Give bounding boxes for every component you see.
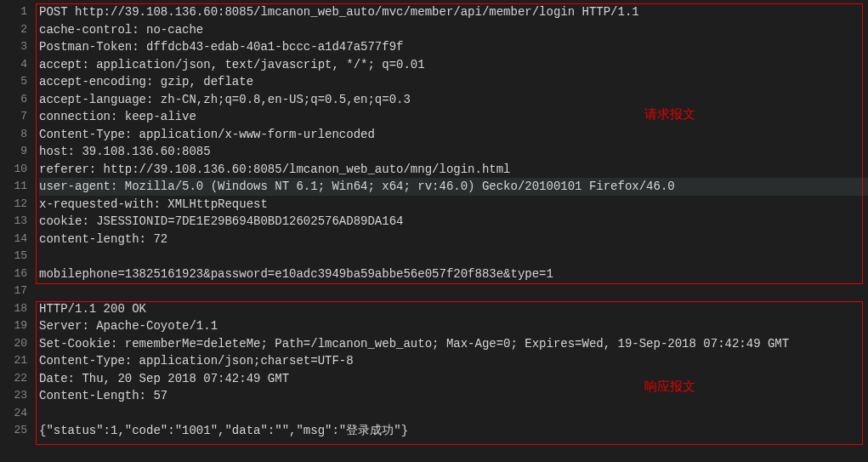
- line-number-gutter: 1234567891011121314151617181920212223242…: [0, 0, 34, 462]
- code-line[interactable]: HTTP/1.1 200 OK: [39, 300, 868, 318]
- line-number: 7: [0, 108, 27, 126]
- line-number: 14: [0, 231, 27, 248]
- code-line[interactable]: cookie: JSESSIONID=7DE1E29B694B0BD126025…: [39, 213, 868, 231]
- code-line[interactable]: user-agent: Mozilla/5.0 (Windows NT 6.1;…: [39, 178, 868, 196]
- code-line[interactable]: connection: keep-alive: [39, 108, 868, 126]
- code-line[interactable]: content-length: 72: [39, 231, 868, 248]
- code-line[interactable]: x-requested-with: XMLHttpRequest: [39, 196, 868, 214]
- code-line[interactable]: Set-Cookie: rememberMe=deleteMe; Path=/l…: [39, 335, 868, 353]
- line-number: 6: [0, 91, 27, 109]
- code-line[interactable]: {"status":1,"code":"1001","data":"","msg…: [39, 422, 868, 440]
- line-number: 22: [0, 370, 27, 388]
- line-number: 25: [0, 422, 27, 440]
- line-number: 2: [0, 21, 27, 39]
- line-number: 10: [0, 161, 27, 179]
- line-number: 17: [0, 282, 27, 300]
- code-line[interactable]: [39, 282, 868, 300]
- code-line[interactable]: accept-language: zh-CN,zh;q=0.8,en-US;q=…: [39, 91, 868, 109]
- code-line[interactable]: Postman-Token: dffdcb43-edab-40a1-bccc-a…: [39, 38, 868, 56]
- line-number: 15: [0, 248, 27, 265]
- code-line[interactable]: accept: application/json, text/javascrip…: [39, 56, 868, 74]
- code-line[interactable]: Content-Length: 57: [39, 387, 868, 405]
- code-line[interactable]: host: 39.108.136.60:8085: [39, 143, 868, 161]
- code-line[interactable]: mobilephone=13825161923&password=e10adc3…: [39, 265, 868, 283]
- line-number: 5: [0, 73, 27, 91]
- line-number: 12: [0, 196, 27, 214]
- line-number: 8: [0, 126, 27, 144]
- line-number: 11: [0, 178, 27, 196]
- line-number: 19: [0, 317, 27, 335]
- code-line[interactable]: referer: http://39.108.136.60:8085/lmcan…: [39, 161, 868, 179]
- line-number: 23: [0, 387, 27, 405]
- line-number: 24: [0, 405, 27, 423]
- line-number: 1: [0, 3, 27, 21]
- code-editor: 1234567891011121314151617181920212223242…: [0, 0, 868, 462]
- code-line[interactable]: [39, 405, 868, 423]
- code-line[interactable]: Server: Apache-Coyote/1.1: [39, 317, 868, 335]
- code-line[interactable]: Content-Type: application/x-www-form-url…: [39, 126, 868, 144]
- code-line[interactable]: Date: Thu, 20 Sep 2018 07:42:49 GMT: [39, 370, 868, 388]
- code-line[interactable]: accept-encoding: gzip, deflate: [39, 73, 868, 91]
- line-number: 18: [0, 300, 27, 318]
- code-line[interactable]: cache-control: no-cache: [39, 21, 868, 39]
- line-number: 16: [0, 265, 27, 283]
- line-number: 4: [0, 56, 27, 74]
- code-content[interactable]: 请求报文 响应报文 POST http://39.108.136.60:8085…: [34, 0, 868, 462]
- line-number: 3: [0, 38, 27, 56]
- code-line[interactable]: POST http://39.108.136.60:8085/lmcanon_w…: [39, 3, 868, 21]
- code-line[interactable]: Content-Type: application/json;charset=U…: [39, 352, 868, 370]
- code-line[interactable]: [39, 248, 868, 265]
- line-number: 20: [0, 335, 27, 353]
- line-number: 21: [0, 352, 27, 370]
- line-number: 13: [0, 213, 27, 231]
- line-number: 9: [0, 143, 27, 161]
